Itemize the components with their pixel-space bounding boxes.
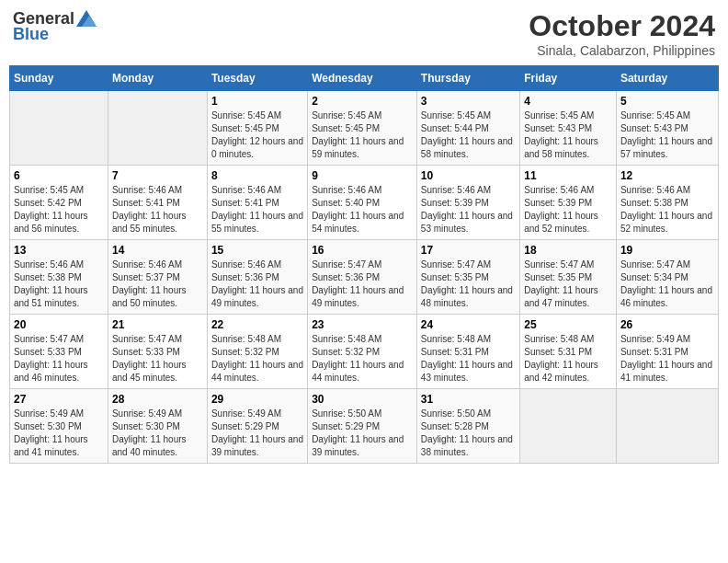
calendar-cell — [10, 91, 108, 166]
day-number: 22 — [211, 318, 303, 331]
day-info: Sunrise: 5:46 AM Sunset: 5:41 PM Dayligh… — [211, 184, 303, 236]
day-number: 13 — [14, 244, 104, 257]
day-number: 24 — [421, 318, 516, 331]
calendar-cell: 22Sunrise: 5:48 AM Sunset: 5:32 PM Dayli… — [207, 315, 307, 389]
day-number: 7 — [112, 169, 203, 182]
column-header-saturday: Saturday — [616, 66, 718, 91]
day-info: Sunrise: 5:46 AM Sunset: 5:36 PM Dayligh… — [211, 259, 303, 310]
day-info: Sunrise: 5:45 AM Sunset: 5:45 PM Dayligh… — [211, 109, 303, 161]
calendar-cell: 8Sunrise: 5:46 AM Sunset: 5:41 PM Daylig… — [207, 166, 307, 240]
column-header-tuesday: Tuesday — [207, 66, 307, 91]
day-number: 6 — [14, 169, 104, 182]
calendar-header-row: SundayMondayTuesdayWednesdayThursdayFrid… — [10, 66, 719, 91]
column-header-wednesday: Wednesday — [308, 66, 417, 91]
calendar-cell: 5Sunrise: 5:45 AM Sunset: 5:43 PM Daylig… — [616, 91, 718, 166]
day-info: Sunrise: 5:47 AM Sunset: 5:33 PM Dayligh… — [112, 333, 203, 385]
day-number: 10 — [421, 169, 516, 182]
day-number: 23 — [312, 318, 413, 331]
calendar-cell: 17Sunrise: 5:47 AM Sunset: 5:35 PM Dayli… — [416, 240, 519, 315]
day-number: 14 — [112, 244, 203, 257]
day-info: Sunrise: 5:45 AM Sunset: 5:43 PM Dayligh… — [524, 109, 612, 161]
day-number: 5 — [620, 95, 714, 108]
day-info: Sunrise: 5:46 AM Sunset: 5:41 PM Dayligh… — [112, 184, 203, 236]
calendar-cell: 27Sunrise: 5:49 AM Sunset: 5:30 PM Dayli… — [10, 389, 108, 464]
calendar-cell: 30Sunrise: 5:50 AM Sunset: 5:29 PM Dayli… — [308, 389, 417, 464]
day-info: Sunrise: 5:47 AM Sunset: 5:36 PM Dayligh… — [312, 259, 413, 310]
day-number: 15 — [211, 244, 303, 257]
day-number: 3 — [421, 95, 516, 108]
day-info: Sunrise: 5:46 AM Sunset: 5:40 PM Dayligh… — [312, 184, 413, 236]
day-number: 1 — [211, 95, 303, 108]
calendar-cell: 14Sunrise: 5:46 AM Sunset: 5:37 PM Dayli… — [108, 240, 207, 315]
day-info: Sunrise: 5:46 AM Sunset: 5:38 PM Dayligh… — [620, 184, 714, 236]
location-title: Sinala, Calabarzon, Philippines — [529, 43, 715, 58]
day-number: 17 — [421, 244, 516, 257]
calendar-cell: 1Sunrise: 5:45 AM Sunset: 5:45 PM Daylig… — [207, 91, 307, 166]
day-info: Sunrise: 5:47 AM Sunset: 5:34 PM Dayligh… — [620, 259, 714, 310]
day-info: Sunrise: 5:45 AM Sunset: 5:42 PM Dayligh… — [14, 184, 104, 236]
month-title: October 2024 — [529, 9, 715, 43]
column-header-friday: Friday — [520, 66, 617, 91]
day-info: Sunrise: 5:49 AM Sunset: 5:30 PM Dayligh… — [14, 408, 104, 459]
day-info: Sunrise: 5:45 AM Sunset: 5:45 PM Dayligh… — [312, 109, 413, 161]
logo-blue: Blue — [13, 25, 49, 44]
day-number: 18 — [524, 244, 612, 257]
day-number: 4 — [524, 95, 612, 108]
calendar-week-1: 1Sunrise: 5:45 AM Sunset: 5:45 PM Daylig… — [10, 91, 719, 166]
day-info: Sunrise: 5:45 AM Sunset: 5:44 PM Dayligh… — [421, 109, 516, 161]
day-number: 16 — [312, 244, 413, 257]
day-number: 21 — [112, 318, 203, 331]
day-info: Sunrise: 5:47 AM Sunset: 5:35 PM Dayligh… — [421, 259, 516, 310]
calendar-cell — [108, 91, 207, 166]
calendar-cell: 4Sunrise: 5:45 AM Sunset: 5:43 PM Daylig… — [520, 91, 617, 166]
day-number: 27 — [14, 393, 104, 406]
calendar-cell: 26Sunrise: 5:49 AM Sunset: 5:31 PM Dayli… — [616, 315, 718, 389]
calendar-cell: 20Sunrise: 5:47 AM Sunset: 5:33 PM Dayli… — [10, 315, 108, 389]
logo: General Blue — [13, 9, 97, 44]
day-info: Sunrise: 5:50 AM Sunset: 5:28 PM Dayligh… — [421, 408, 516, 459]
calendar-cell: 21Sunrise: 5:47 AM Sunset: 5:33 PM Dayli… — [108, 315, 207, 389]
calendar-cell: 31Sunrise: 5:50 AM Sunset: 5:28 PM Dayli… — [416, 389, 519, 464]
calendar-cell — [616, 389, 718, 464]
calendar-cell: 10Sunrise: 5:46 AM Sunset: 5:39 PM Dayli… — [416, 166, 519, 240]
calendar-week-3: 13Sunrise: 5:46 AM Sunset: 5:38 PM Dayli… — [10, 240, 719, 315]
day-number: 9 — [312, 169, 413, 182]
day-info: Sunrise: 5:47 AM Sunset: 5:35 PM Dayligh… — [524, 259, 612, 310]
day-info: Sunrise: 5:48 AM Sunset: 5:32 PM Dayligh… — [312, 333, 413, 385]
title-section: October 2024 Sinala, Calabarzon, Philipp… — [529, 9, 715, 58]
calendar-cell: 29Sunrise: 5:49 AM Sunset: 5:29 PM Dayli… — [207, 389, 307, 464]
calendar-cell: 2Sunrise: 5:45 AM Sunset: 5:45 PM Daylig… — [308, 91, 417, 166]
day-number: 20 — [14, 318, 104, 331]
day-info: Sunrise: 5:49 AM Sunset: 5:31 PM Dayligh… — [620, 333, 714, 385]
day-number: 30 — [312, 393, 413, 406]
day-number: 29 — [211, 393, 303, 406]
day-number: 11 — [524, 169, 612, 182]
calendar-week-4: 20Sunrise: 5:47 AM Sunset: 5:33 PM Dayli… — [10, 315, 719, 389]
calendar-week-5: 27Sunrise: 5:49 AM Sunset: 5:30 PM Dayli… — [10, 389, 719, 464]
day-info: Sunrise: 5:46 AM Sunset: 5:39 PM Dayligh… — [524, 184, 612, 236]
day-info: Sunrise: 5:48 AM Sunset: 5:31 PM Dayligh… — [524, 333, 612, 385]
column-header-sunday: Sunday — [10, 66, 108, 91]
day-info: Sunrise: 5:48 AM Sunset: 5:32 PM Dayligh… — [211, 333, 303, 385]
day-info: Sunrise: 5:46 AM Sunset: 5:37 PM Dayligh… — [112, 259, 203, 310]
day-info: Sunrise: 5:49 AM Sunset: 5:29 PM Dayligh… — [211, 408, 303, 459]
calendar-cell: 24Sunrise: 5:48 AM Sunset: 5:31 PM Dayli… — [416, 315, 519, 389]
calendar-cell: 28Sunrise: 5:49 AM Sunset: 5:30 PM Dayli… — [108, 389, 207, 464]
calendar-table: SundayMondayTuesdayWednesdayThursdayFrid… — [9, 65, 719, 464]
calendar-cell: 19Sunrise: 5:47 AM Sunset: 5:34 PM Dayli… — [616, 240, 718, 315]
day-number: 19 — [620, 244, 714, 257]
column-header-monday: Monday — [108, 66, 207, 91]
calendar-cell: 6Sunrise: 5:45 AM Sunset: 5:42 PM Daylig… — [10, 166, 108, 240]
day-number: 26 — [620, 318, 714, 331]
calendar-cell: 3Sunrise: 5:45 AM Sunset: 5:44 PM Daylig… — [416, 91, 519, 166]
calendar-cell: 18Sunrise: 5:47 AM Sunset: 5:35 PM Dayli… — [520, 240, 617, 315]
day-number: 8 — [211, 169, 303, 182]
calendar-cell — [520, 389, 617, 464]
day-number: 25 — [524, 318, 612, 331]
calendar-cell: 25Sunrise: 5:48 AM Sunset: 5:31 PM Dayli… — [520, 315, 617, 389]
calendar-cell: 12Sunrise: 5:46 AM Sunset: 5:38 PM Dayli… — [616, 166, 718, 240]
calendar-cell: 23Sunrise: 5:48 AM Sunset: 5:32 PM Dayli… — [308, 315, 417, 389]
day-info: Sunrise: 5:46 AM Sunset: 5:38 PM Dayligh… — [14, 259, 104, 310]
calendar-cell: 9Sunrise: 5:46 AM Sunset: 5:40 PM Daylig… — [308, 166, 417, 240]
day-info: Sunrise: 5:49 AM Sunset: 5:30 PM Dayligh… — [112, 408, 203, 459]
